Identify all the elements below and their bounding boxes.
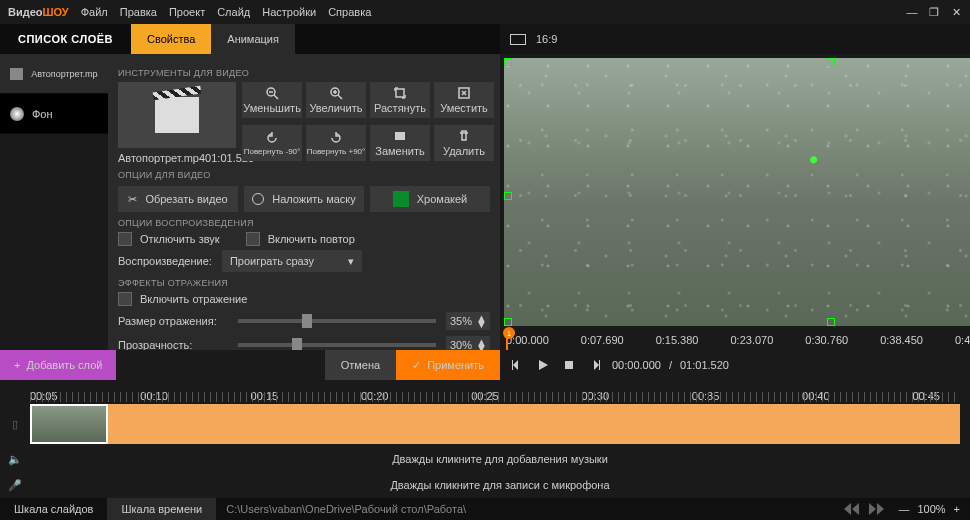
reflection-opacity-label: Прозрачность: — [118, 339, 228, 350]
prev-slide-button[interactable] — [840, 501, 864, 517]
playhead-marker[interactable]: 1 — [503, 327, 515, 339]
svg-rect-9 — [395, 132, 405, 140]
svg-line-4 — [338, 95, 342, 99]
apply-button[interactable]: ✓Применить — [396, 350, 500, 380]
clapperboard-icon — [155, 97, 199, 133]
playback-label: Воспроизведение: — [118, 255, 212, 267]
crop-video-button[interactable]: ✂Обрезать видео — [118, 186, 238, 212]
menubar: ВидеоШОУ Файл Правка Проект Слайд Настро… — [0, 0, 970, 24]
reflection-size-label: Размер отражения: — [118, 315, 228, 327]
selection-handle[interactable] — [504, 192, 512, 200]
tab-animation[interactable]: Анимация — [211, 24, 295, 54]
fit-icon — [457, 86, 471, 100]
chromakey-button[interactable]: Хромакей — [370, 186, 490, 212]
music-track[interactable]: 🔈 Дважды кликните для добавления музыки — [0, 446, 970, 472]
section-video-label: ОПЦИИ ДЛЯ ВИДЕО — [118, 170, 490, 180]
layer-item-background[interactable]: Фон — [0, 94, 108, 134]
chromakey-swatch-icon — [393, 191, 409, 207]
image-icon — [393, 129, 407, 143]
zoom-in-icon — [329, 86, 343, 100]
rotate-right-icon — [329, 131, 343, 145]
svg-line-1 — [274, 95, 278, 99]
cancel-button[interactable]: Отмена — [325, 350, 396, 380]
close-icon[interactable]: ✕ — [950, 6, 962, 18]
delete-button[interactable]: Удалить — [434, 125, 494, 161]
stretch-button[interactable]: Растянуть — [370, 82, 430, 118]
zoom-in-button[interactable]: Увеличить — [306, 82, 366, 118]
section-tools-label: ИНСТРУМЕНТЫ ДЛЯ ВИДЕО — [118, 68, 490, 78]
layer-label: Автопортрет.mp4 — [31, 69, 98, 79]
menu-settings[interactable]: Настройки — [262, 6, 316, 18]
menu-file[interactable]: Файл — [81, 6, 108, 18]
reflection-size-slider[interactable] — [238, 319, 436, 323]
layer-list: Автопортрет.mp4 Фон — [0, 54, 108, 350]
timeline-ruler[interactable]: 00:0500:1000:1500:2000:2500:3000:3500:40… — [0, 380, 970, 402]
menu-edit[interactable]: Правка — [120, 6, 157, 18]
video-track-icon: ▯ — [4, 418, 26, 431]
aspect-icon — [510, 34, 526, 45]
tab-properties[interactable]: Свойства — [131, 24, 211, 54]
section-playback-label: ОПЦИИ ВОСПРОИЗВЕДЕНИЯ — [118, 218, 490, 228]
prev-frame-button[interactable] — [508, 356, 526, 374]
stretch-icon — [393, 86, 407, 100]
loop-checkbox[interactable] — [246, 232, 260, 246]
reflection-label: Включить отражение — [140, 293, 247, 305]
reflection-checkbox[interactable] — [118, 292, 132, 306]
preview-time-ruler[interactable]: 1 0:00.0000:07.6900:15.3800:23.0700:30.7… — [500, 330, 970, 350]
selection-handle[interactable] — [827, 318, 835, 326]
preview-canvas[interactable] — [504, 58, 970, 326]
layer-thumbnail[interactable] — [118, 82, 236, 148]
replace-button[interactable]: Заменить — [370, 125, 430, 161]
next-slide-button[interactable] — [864, 501, 888, 517]
layers-title: СПИСОК СЛОЁВ — [0, 24, 131, 54]
music-hint: Дважды кликните для добавления музыки — [392, 453, 608, 465]
reflection-size-value[interactable]: 35%▲▼ — [446, 312, 490, 330]
rotate-left-button[interactable]: Повернуть -90° — [242, 125, 302, 161]
trash-icon — [457, 129, 471, 143]
rotate-right-button[interactable]: Повернуть +90° — [306, 125, 366, 161]
speaker-icon: 🔈 — [4, 453, 26, 466]
stop-button[interactable] — [560, 356, 578, 374]
minimize-icon[interactable]: — — [906, 6, 918, 18]
rotate-left-icon — [265, 131, 279, 145]
menu-help[interactable]: Справка — [328, 6, 371, 18]
selection-handle[interactable] — [827, 58, 835, 66]
selection-handle[interactable] — [504, 58, 512, 66]
mask-button[interactable]: Наложить маску — [244, 186, 364, 212]
menu-slide[interactable]: Слайд — [217, 6, 250, 18]
playback-select[interactable]: Проиграть сразу▾ — [222, 250, 362, 272]
layer-label: Фон — [32, 108, 53, 120]
play-button[interactable] — [534, 356, 552, 374]
zoom-in-button[interactable]: + — [954, 503, 960, 515]
app-logo: ВидеоШОУ — [8, 6, 69, 18]
chevron-down-icon: ▾ — [348, 255, 354, 268]
next-frame-button[interactable] — [586, 356, 604, 374]
zoom-out-button[interactable]: — — [898, 503, 909, 515]
video-track[interactable]: ▯ — [0, 402, 970, 446]
menu-project[interactable]: Проект — [169, 6, 205, 18]
tab-slides-scale[interactable]: Шкала слайдов — [0, 498, 107, 520]
layer-item-video[interactable]: Автопортрет.mp4 — [0, 54, 108, 94]
tab-time-scale[interactable]: Шкала времени — [107, 498, 216, 520]
reflection-opacity-value[interactable]: 30%▲▼ — [446, 336, 490, 350]
video-clip[interactable] — [30, 404, 960, 444]
zoom-out-button[interactable]: Уменьшить — [242, 82, 302, 118]
zoom-out-icon — [265, 86, 279, 100]
circle-icon — [252, 193, 264, 205]
reflection-opacity-slider[interactable] — [238, 343, 436, 347]
mute-label: Отключить звук — [140, 233, 220, 245]
add-layer-button[interactable]: +Добавить слой — [0, 350, 116, 380]
film-icon — [10, 68, 23, 80]
background-icon — [10, 107, 24, 121]
svg-rect-10 — [565, 361, 573, 369]
selection-handle[interactable] — [504, 318, 512, 326]
loop-label: Включить повтор — [268, 233, 355, 245]
zoom-value: 100% — [917, 503, 945, 515]
fit-button[interactable]: Уместить — [434, 82, 494, 118]
mute-checkbox[interactable] — [118, 232, 132, 246]
section-reflection-label: ЭФФЕКТЫ ОТРАЖЕНИЯ — [118, 278, 490, 288]
mic-track[interactable]: 🎤 Дважды кликните для записи с микрофона — [0, 472, 970, 498]
plus-icon: + — [14, 359, 20, 371]
scissors-icon: ✂ — [128, 193, 137, 206]
maximize-icon[interactable]: ❐ — [928, 6, 940, 18]
